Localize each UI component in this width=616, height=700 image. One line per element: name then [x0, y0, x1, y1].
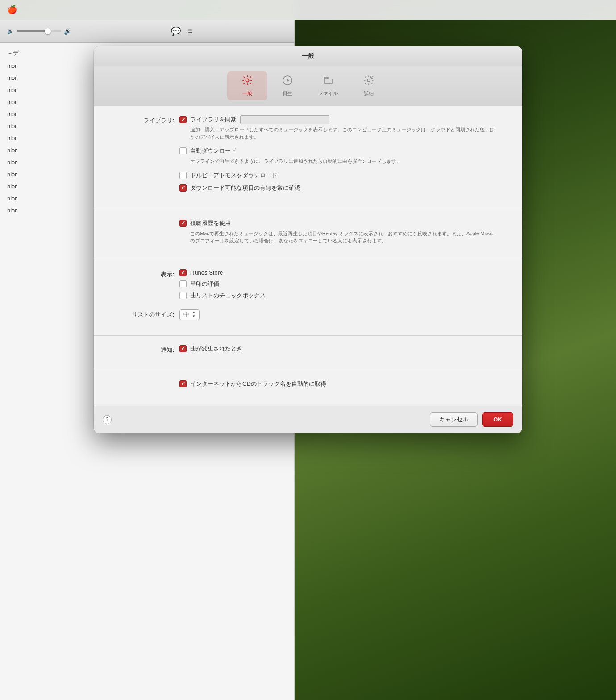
itunes-store-checkbox[interactable]: [179, 269, 187, 276]
svg-point-0: [246, 79, 249, 82]
dolby-checkbox[interactable]: [179, 172, 187, 179]
sync-label: ライブラリを同期: [190, 116, 237, 124]
display-label: 表示:: [121, 269, 174, 279]
svg-marker-2: [287, 79, 289, 82]
tab-bar: 一般 再生 ファイル: [94, 66, 522, 106]
cd-auto-track-row: インターネットからCDのトラック名を自動的に取得: [179, 380, 495, 388]
auto-download-checkbox[interactable]: [179, 147, 187, 154]
advanced-gear-icon: [363, 75, 374, 88]
history-row: 視聴履歴を使用 このMacで再生されたミュージックは、最近再生した項目やRepl…: [121, 219, 495, 245]
song-changed-label: 曲が変更されたとき: [190, 345, 242, 353]
help-button[interactable]: ?: [103, 415, 112, 424]
dolby-label: ドルビーアトモスをダウンロード: [190, 171, 277, 179]
dialog-overlay: 一般 一般: [0, 20, 616, 700]
list-size-value: 中: [183, 311, 189, 319]
check-available-label: ダウンロード可能な項目の有無を常に確認: [190, 184, 300, 192]
dialog-content: ライブラリ: ライブラリを同期 追加、購入、アップロードしたすべてのミュージック…: [94, 106, 522, 406]
notifications-content: 曲が変更されたとき: [179, 345, 495, 355]
menubar: 🍎: [0, 0, 616, 20]
library-content: ライブラリを同期 追加、購入、アップロードしたすべてのミュージックを表示します。…: [179, 115, 495, 195]
dolby-row: ドルビーアトモスをダウンロード: [179, 171, 495, 179]
cd-auto-track-checkbox[interactable]: [179, 380, 187, 388]
auto-download-label: 自動ダウンロード: [190, 147, 237, 155]
cd-auto-track-label: インターネットからCDのトラック名を自動的に取得: [190, 380, 326, 388]
play-icon: [282, 75, 293, 88]
playback-history-label: 視聴履歴を使用: [190, 219, 231, 227]
star-rating-row: 星印の評価: [179, 280, 495, 288]
display-content: iTunes Store 星印の評価 曲リストのチェックボックス: [179, 269, 495, 302]
gear-icon: [242, 75, 253, 88]
cd-content: インターネットからCDのトラック名を自動的に取得: [179, 380, 495, 391]
sync-description: 追加、購入、アップロードしたすべてのミュージックを表示します。このコンピュータ上…: [190, 126, 495, 141]
history-section: 視聴履歴を使用 このMacで再生されたミュージックは、最近再生した項目やRepl…: [94, 210, 522, 260]
itunes-store-row: iTunes Store: [179, 269, 495, 276]
song-changed-row: 曲が変更されたとき: [179, 345, 495, 353]
tab-playback-label: 再生: [283, 90, 292, 97]
notifications-row: 通知: 曲が変更されたとき: [121, 345, 495, 355]
svg-point-3: [367, 79, 370, 82]
cd-row: インターネットからCDのトラック名を自動的に取得: [121, 380, 495, 391]
itunes-store-label: iTunes Store: [190, 269, 223, 276]
tab-playback[interactable]: 再生: [267, 71, 308, 100]
dialog-titlebar: 一般: [94, 46, 522, 66]
song-list-checkbox-label: 曲リストのチェックボックス: [190, 292, 266, 300]
arrow-up-icon: ▲: [192, 311, 196, 314]
auto-download-description: オフラインで再生できるように、ライブラリに追加されたら自動的に曲をダウンロードし…: [190, 158, 495, 165]
display-section: 表示: iTunes Store 星印の評価: [94, 260, 522, 336]
tab-files[interactable]: ファイル: [308, 71, 349, 100]
notifications-label: 通知:: [121, 345, 174, 354]
cancel-button[interactable]: キャンセル: [430, 412, 478, 427]
song-changed-checkbox[interactable]: [179, 345, 187, 352]
auto-download-row: 自動ダウンロード: [179, 147, 495, 155]
list-size-label: リストのサイズ:: [121, 309, 174, 319]
ok-button[interactable]: OK: [482, 412, 513, 427]
playback-history-row: 視聴履歴を使用: [179, 219, 495, 227]
dialog-footer: ? キャンセル OK: [94, 406, 522, 433]
check-available-checkbox[interactable]: [179, 184, 187, 192]
notifications-section: 通知: 曲が変更されたとき: [94, 336, 522, 371]
library-row: ライブラリ: ライブラリを同期 追加、購入、アップロードしたすべてのミュージック…: [121, 115, 495, 195]
display-row: 表示: iTunes Store 星印の評価: [121, 269, 495, 302]
tab-advanced-label: 詳細: [364, 90, 374, 97]
playback-history-checkbox[interactable]: [179, 220, 187, 227]
tab-general[interactable]: 一般: [227, 71, 267, 100]
tab-advanced[interactable]: 詳細: [349, 71, 389, 100]
tab-files-label: ファイル: [318, 90, 338, 97]
cd-label: [121, 380, 174, 381]
history-content: 視聴履歴を使用 このMacで再生されたミュージックは、最近再生した項目やRepl…: [179, 219, 495, 245]
list-size-content: 中 ▲ ▼: [179, 309, 495, 320]
library-section: ライブラリ: ライブラリを同期 追加、購入、アップロードしたすべてのミュージック…: [94, 106, 522, 210]
preferences-dialog: 一般 一般: [94, 46, 522, 433]
playback-history-description: このMacで再生されたミュージックは、最近再生した項目やReplay ミックスに…: [190, 230, 495, 245]
footer-buttons: キャンセル OK: [430, 412, 513, 427]
select-arrows: ▲ ▼: [192, 311, 196, 318]
cd-section: インターネットからCDのトラック名を自動的に取得: [94, 371, 522, 406]
history-label: [121, 219, 174, 221]
check-available-row: ダウンロード可能な項目の有無を常に確認: [179, 184, 495, 192]
sync-checkbox[interactable]: [179, 116, 187, 123]
folder-icon: [323, 75, 333, 88]
list-size-select[interactable]: 中 ▲ ▼: [179, 309, 200, 320]
song-list-checkbox-row: 曲リストのチェックボックス: [179, 292, 495, 300]
star-rating-checkbox[interactable]: [179, 280, 187, 288]
arrow-down-icon: ▼: [192, 315, 196, 318]
sync-text-field: [240, 115, 329, 124]
apple-icon[interactable]: 🍎: [7, 5, 17, 15]
tab-general-label: 一般: [242, 90, 252, 97]
sync-row: ライブラリを同期: [179, 115, 495, 124]
song-list-checkbox[interactable]: [179, 292, 187, 299]
list-size-row: リストのサイズ: 中 ▲ ▼: [121, 309, 495, 320]
library-label: ライブラリ:: [121, 115, 174, 125]
dialog-title: 一般: [302, 52, 314, 59]
star-rating-label: 星印の評価: [190, 280, 219, 288]
